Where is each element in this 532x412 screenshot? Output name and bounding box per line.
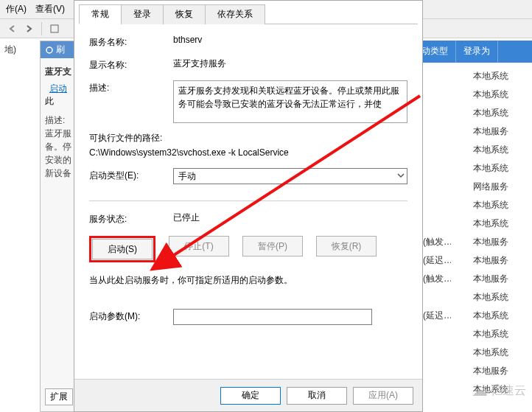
forward-icon[interactable] bbox=[22, 22, 35, 35]
ok-button[interactable]: 确定 bbox=[220, 387, 281, 405]
tab-recovery[interactable]: 恢复 bbox=[163, 4, 206, 24]
col-logon-as[interactable]: 登录为 bbox=[456, 41, 498, 63]
refresh-icon bbox=[45, 46, 54, 55]
refresh-label: 刷 bbox=[56, 43, 65, 56]
tab-logon[interactable]: 登录 bbox=[121, 4, 164, 24]
display-name-label: 显示名称: bbox=[89, 57, 163, 71]
table-row[interactable]: 动(触发…本地服务 bbox=[407, 271, 532, 287]
tab-general[interactable]: 常规 bbox=[79, 4, 122, 24]
tab-strip: 常规 登录 恢复 依存关系 bbox=[79, 4, 418, 24]
startup-type-label: 启动类型(E): bbox=[89, 168, 163, 182]
list-header: 动类型 登录为 bbox=[414, 41, 532, 63]
dialog-footer: 确定 取消 应用(A) bbox=[74, 379, 422, 411]
startup-type-value: 手动 bbox=[178, 170, 196, 183]
table-row[interactable]: 动本地系统 bbox=[407, 216, 532, 231]
menu-view[interactable]: 查看(V) bbox=[35, 3, 65, 15]
tab-body-general: 服务名称: bthserv 显示名称: 蓝牙支持服务 描述: 蓝牙服务支持发现和… bbox=[74, 24, 422, 341]
tab-dependencies[interactable]: 依存关系 bbox=[205, 4, 265, 24]
svg-point-1 bbox=[46, 47, 52, 53]
properties-icon[interactable] bbox=[48, 22, 61, 35]
watermark-text: 亿速云 bbox=[491, 383, 526, 399]
start-link-suffix: 此 bbox=[45, 96, 54, 106]
table-row[interactable]: 动网络服务 bbox=[407, 179, 532, 195]
menu-action[interactable]: 作(A) bbox=[6, 3, 27, 15]
service-status-value: 已停止 bbox=[173, 212, 407, 224]
table-row[interactable]: 动(延迟…本地服务 bbox=[407, 253, 532, 268]
display-name-value: 蓝牙支持服务 bbox=[173, 57, 407, 70]
service-name-label: 服务名称: bbox=[89, 35, 163, 49]
table-row[interactable]: 动本地系统 bbox=[407, 198, 532, 213]
separator bbox=[41, 22, 42, 35]
table-row[interactable]: 动(延迟…本地系统 bbox=[407, 308, 532, 324]
pause-button: 暂停(P) bbox=[242, 236, 303, 256]
description-label: 描述: bbox=[89, 80, 163, 94]
table-row[interactable]: 动本地服务 bbox=[407, 124, 532, 139]
exe-path-label: 可执行文件的路径: bbox=[89, 132, 407, 144]
table-row[interactable]: 动本地系统 bbox=[407, 327, 532, 342]
table-row[interactable]: 动(触发…本地服务 bbox=[407, 234, 532, 250]
resume-button: 恢复(R) bbox=[316, 236, 377, 256]
service-properties-dialog: 常规 登录 恢复 依存关系 服务名称: bthserv 显示名称: 蓝牙支持服务… bbox=[74, 0, 423, 412]
start-link[interactable]: 启动 bbox=[45, 83, 71, 94]
extended-tab[interactable]: 扩展 bbox=[45, 388, 73, 405]
start-params-hint: 当从此处启动服务时，你可指定所适用的启动参数。 bbox=[89, 274, 407, 287]
table-row[interactable]: 动本地系统 bbox=[407, 345, 532, 360]
description-text[interactable]: 蓝牙服务支持发现和关联远程蓝牙设备。停止或禁用此服务可能会导致已安装的蓝牙设备无… bbox=[173, 80, 408, 123]
service-status-label: 服务状态: bbox=[89, 212, 163, 226]
list-rows: 动本地系统 动本地系统 动本地系统 动本地服务 动本地系统 动本地系统 动网络服… bbox=[407, 66, 532, 412]
startup-type-select[interactable]: 手动 bbox=[173, 168, 407, 184]
apply-button[interactable]: 应用(A) bbox=[353, 387, 413, 405]
table-row[interactable]: 动本地系统 bbox=[407, 87, 532, 102]
table-row[interactable]: 动本地系统 bbox=[407, 69, 532, 84]
address-label: 地) bbox=[0, 41, 37, 58]
start-params-input[interactable] bbox=[173, 309, 372, 325]
separator bbox=[89, 200, 407, 201]
start-button[interactable]: 启动(S) bbox=[92, 239, 153, 259]
exe-path-value: C:\Windows\system32\svchost.exe -k Local… bbox=[89, 147, 407, 158]
table-row[interactable]: 动本地系统 bbox=[407, 161, 532, 176]
table-row[interactable]: 动本地系统 bbox=[407, 290, 532, 305]
table-row[interactable]: 动本地服务 bbox=[407, 363, 532, 379]
cancel-button[interactable]: 取消 bbox=[287, 387, 347, 405]
start-button-highlight: 启动(S) bbox=[89, 236, 155, 262]
table-row[interactable]: 动本地系统 bbox=[407, 105, 532, 121]
stop-button: 停止(T) bbox=[169, 236, 229, 256]
start-params-label: 启动参数(M): bbox=[89, 309, 163, 323]
cloud-icon: ☁ bbox=[472, 381, 488, 400]
table-row[interactable]: 动本地系统 bbox=[407, 142, 532, 158]
service-name-value: bthserv bbox=[173, 35, 407, 45]
svg-rect-0 bbox=[51, 25, 58, 32]
watermark: ☁ 亿速云 bbox=[472, 381, 526, 400]
back-icon[interactable] bbox=[6, 22, 19, 35]
